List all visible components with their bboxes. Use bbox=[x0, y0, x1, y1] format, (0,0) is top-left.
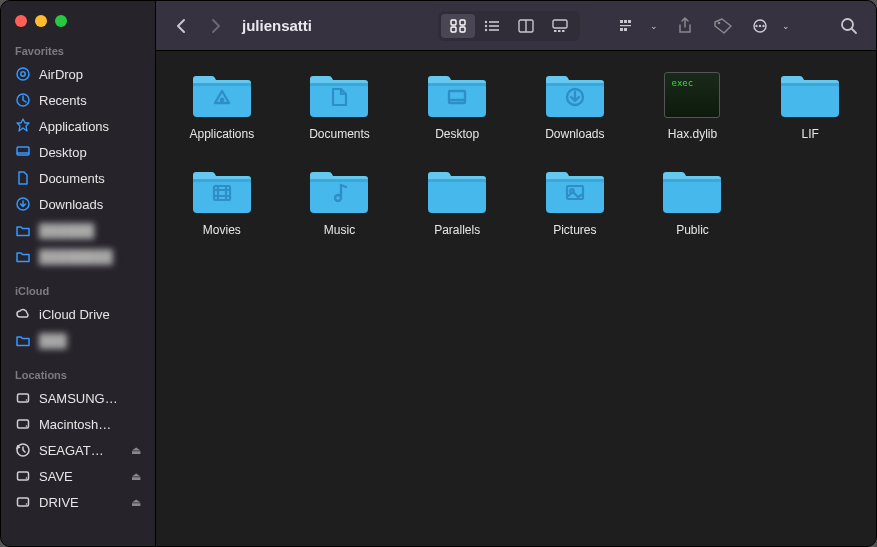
folder-icon bbox=[189, 165, 255, 217]
sidebar: FavoritesAirDropRecentsApplicationsDeskt… bbox=[1, 1, 156, 546]
svg-point-42 bbox=[842, 19, 853, 30]
file-label: Parallels bbox=[434, 223, 480, 237]
minimize-window-button[interactable] bbox=[35, 15, 47, 27]
file-label: Movies bbox=[203, 223, 241, 237]
share-button[interactable] bbox=[670, 12, 700, 40]
folder-icon bbox=[15, 248, 31, 264]
svg-rect-33 bbox=[628, 20, 631, 23]
sidebar-item-label: Documents bbox=[39, 171, 105, 186]
svg-rect-57 bbox=[781, 83, 839, 86]
svg-rect-8 bbox=[18, 420, 29, 428]
download-icon bbox=[15, 196, 31, 212]
sidebar-item[interactable]: AirDrop bbox=[1, 61, 155, 87]
file-item[interactable]: Hax.dylib bbox=[639, 69, 747, 141]
file-item[interactable]: Music bbox=[286, 165, 394, 237]
file-item[interactable]: Public bbox=[639, 165, 747, 237]
eject-icon[interactable]: ⏏ bbox=[131, 444, 141, 457]
sidebar-item[interactable]: Recents bbox=[1, 87, 155, 113]
cloud-icon bbox=[15, 306, 31, 322]
close-window-button[interactable] bbox=[15, 15, 27, 27]
file-item[interactable]: Movies bbox=[168, 165, 276, 237]
file-item[interactable]: Applications bbox=[168, 69, 276, 141]
svg-point-46 bbox=[221, 99, 223, 101]
svg-point-37 bbox=[718, 21, 721, 24]
file-label: LIF bbox=[801, 127, 818, 141]
folder-icon bbox=[424, 69, 490, 121]
svg-point-19 bbox=[485, 20, 487, 22]
folder-icon bbox=[15, 332, 31, 348]
disk-icon bbox=[15, 416, 31, 432]
file-label: Music bbox=[324, 223, 355, 237]
file-item[interactable]: Documents bbox=[286, 69, 394, 141]
folder-icon bbox=[777, 69, 843, 121]
file-item[interactable]: Parallels bbox=[403, 165, 511, 237]
tags-button[interactable] bbox=[708, 12, 738, 40]
sidebar-item[interactable]: iCloud Drive bbox=[1, 301, 155, 327]
window-title: juliensatti bbox=[242, 17, 312, 34]
forward-button[interactable] bbox=[202, 12, 228, 40]
svg-rect-15 bbox=[451, 20, 456, 25]
sidebar-item-label: iCloud Drive bbox=[39, 307, 110, 322]
eject-icon[interactable]: ⏏ bbox=[131, 496, 141, 509]
sidebar-item[interactable]: ███ bbox=[1, 327, 155, 353]
sidebar-item[interactable]: Documents bbox=[1, 165, 155, 191]
timemachine-icon bbox=[15, 442, 31, 458]
svg-rect-32 bbox=[624, 20, 627, 23]
view-list-button[interactable] bbox=[475, 14, 509, 38]
file-item[interactable]: LIF bbox=[756, 69, 864, 141]
sidebar-item[interactable]: Downloads bbox=[1, 191, 155, 217]
svg-point-14 bbox=[26, 503, 28, 505]
back-button[interactable] bbox=[168, 12, 194, 40]
sidebar-item[interactable]: ████████ bbox=[1, 243, 155, 269]
sidebar-item[interactable]: Desktop bbox=[1, 139, 155, 165]
zoom-window-button[interactable] bbox=[55, 15, 67, 27]
sidebar-item[interactable]: Macintosh… bbox=[1, 411, 155, 437]
eject-icon[interactable]: ⏏ bbox=[131, 470, 141, 483]
svg-rect-35 bbox=[620, 28, 623, 31]
sidebar-item-label: Macintosh… bbox=[39, 417, 111, 432]
svg-rect-71 bbox=[546, 179, 604, 182]
action-button[interactable] bbox=[746, 12, 776, 40]
sidebar-item[interactable]: SEAGAT…⏏ bbox=[1, 437, 155, 463]
file-label: Public bbox=[676, 223, 709, 237]
view-column-button[interactable] bbox=[509, 14, 543, 38]
svg-rect-56 bbox=[781, 83, 839, 117]
svg-rect-34 bbox=[620, 25, 631, 26]
file-item[interactable]: Downloads bbox=[521, 69, 629, 141]
svg-rect-70 bbox=[546, 179, 604, 213]
svg-rect-17 bbox=[451, 27, 456, 32]
file-label: Applications bbox=[189, 127, 254, 141]
file-item[interactable]: Desktop bbox=[403, 69, 511, 141]
svg-rect-69 bbox=[428, 179, 486, 182]
svg-rect-24 bbox=[489, 29, 499, 31]
disk-icon bbox=[15, 390, 31, 406]
sidebar-item[interactable]: ██████ bbox=[1, 217, 155, 243]
sidebar-item[interactable]: SAVE⏏ bbox=[1, 463, 155, 489]
svg-point-23 bbox=[485, 28, 487, 30]
svg-rect-36 bbox=[624, 28, 627, 31]
sidebar-item[interactable]: SAMSUNG… bbox=[1, 385, 155, 411]
svg-point-41 bbox=[762, 24, 764, 26]
sidebar-item-label: SAVE bbox=[39, 469, 73, 484]
svg-rect-68 bbox=[428, 179, 486, 213]
view-icon-button[interactable] bbox=[441, 14, 475, 38]
search-button[interactable] bbox=[834, 12, 864, 40]
svg-point-7 bbox=[26, 399, 28, 401]
sidebar-item[interactable]: Applications bbox=[1, 113, 155, 139]
sidebar-item-label: ███ bbox=[39, 333, 67, 348]
sidebar-item-label: Applications bbox=[39, 119, 109, 134]
svg-rect-11 bbox=[18, 472, 29, 480]
view-gallery-button[interactable] bbox=[543, 14, 577, 38]
file-item[interactable]: Pictures bbox=[521, 165, 629, 237]
svg-point-1 bbox=[21, 72, 25, 76]
svg-rect-45 bbox=[193, 83, 251, 86]
finder-window: FavoritesAirDropRecentsApplicationsDeskt… bbox=[0, 0, 877, 547]
appgrid-icon bbox=[15, 118, 31, 134]
folder-icon bbox=[306, 165, 372, 217]
svg-point-40 bbox=[755, 24, 757, 26]
svg-rect-18 bbox=[460, 27, 465, 32]
sidebar-section-header: Locations bbox=[1, 363, 155, 385]
group-by-button[interactable] bbox=[614, 12, 644, 40]
sidebar-item[interactable]: DRIVE⏏ bbox=[1, 489, 155, 515]
sidebar-item-label: ██████ bbox=[39, 223, 94, 238]
